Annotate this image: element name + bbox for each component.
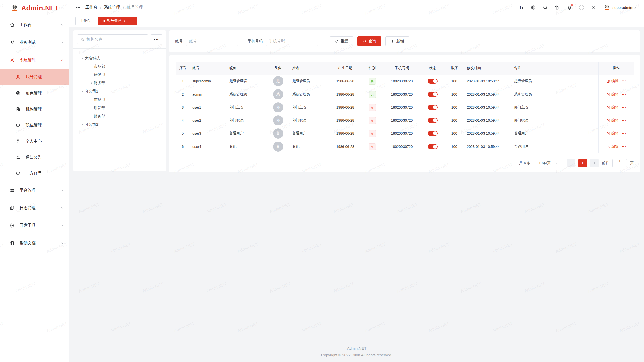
- search-icon[interactable]: [543, 5, 548, 10]
- tree-node[interactable]: 市场部: [77, 62, 162, 71]
- tree-node[interactable]: 研发部: [77, 104, 162, 112]
- prev-page-button[interactable]: [567, 159, 575, 167]
- sidebar-item-label: 工作台: [20, 22, 61, 28]
- edit-button[interactable]: 编辑: [606, 118, 618, 123]
- edit-button[interactable]: 编辑: [606, 79, 618, 83]
- goto-page-input[interactable]: [613, 159, 627, 163]
- tree-node[interactable]: 分公司2: [77, 120, 162, 129]
- page-size-select[interactable]: 10条/页: [534, 159, 563, 167]
- sidebar-item-third-party-account[interactable]: 三方账号: [0, 165, 69, 182]
- tree-node[interactable]: 财务部: [77, 79, 162, 87]
- col-remark: 备注: [512, 62, 598, 75]
- caret-collapsed-icon[interactable]: [89, 81, 94, 85]
- bell-icon: [16, 155, 21, 160]
- tree-node-label: 财务部: [94, 114, 105, 119]
- notification-bell-icon[interactable]: [567, 5, 572, 10]
- tree-node[interactable]: 市场部: [77, 96, 162, 104]
- sidebar-item-system-management[interactable]: 系统管理: [0, 51, 69, 69]
- divider: [73, 48, 166, 49]
- chat-icon: [16, 171, 21, 176]
- font-size-icon[interactable]: Tт: [519, 6, 524, 10]
- tree-node-label: 研发部: [94, 72, 105, 77]
- theme-shirt-icon[interactable]: [555, 5, 560, 10]
- sidebar-item-personal-center[interactable]: 个人中心: [0, 133, 69, 149]
- collapse-menu-icon[interactable]: [75, 5, 81, 10]
- status-toggle[interactable]: [428, 79, 438, 84]
- sidebar-item-position-management[interactable]: 职位管理: [0, 117, 69, 133]
- tab-account-management[interactable]: 账号管理: [98, 17, 137, 25]
- sidebar-item-log-management[interactable]: 日志管理: [0, 199, 69, 217]
- cell-gender: 女: [362, 114, 382, 127]
- cell-modified: 2023-01-03 10:59:44: [464, 88, 512, 101]
- user-menu[interactable]: superadmin: [603, 4, 637, 11]
- cell-actions: 编辑⋯: [598, 127, 634, 140]
- cell-modified: 2023-01-03 10:59:44: [464, 101, 512, 114]
- sidebar-item-label: 日志管理: [20, 205, 61, 211]
- close-icon[interactable]: [129, 19, 132, 23]
- cell-phone: 18020030720: [382, 127, 421, 140]
- sidebar-item-workbench[interactable]: 工作台: [0, 16, 69, 34]
- col-order: 排序: [444, 62, 464, 75]
- sidebar-item-role-management[interactable]: 角色管理: [0, 85, 69, 101]
- breadcrumb-item[interactable]: 系统管理: [104, 5, 120, 10]
- current-page-button[interactable]: 1: [578, 159, 587, 167]
- cell-gender: 男: [362, 75, 382, 88]
- sidebar-item-label: 个人中心: [26, 139, 64, 144]
- main-area: 工作台 / 系统管理 / 账号管理 Tт: [69, 0, 644, 362]
- edit-button[interactable]: 编辑: [606, 131, 618, 136]
- org-tree-panel: ⋯ 大名科技 市场部 研发部 财务部 分公司1 市场部 研发部 财务部 分公司2: [73, 30, 166, 171]
- add-button[interactable]: 新增: [385, 36, 409, 46]
- sidebar-item-account-management[interactable]: 账号管理: [0, 69, 69, 85]
- sidebar-item-help-docs[interactable]: 帮助文档: [0, 234, 69, 252]
- status-toggle[interactable]: [428, 92, 438, 97]
- footer-app-name: Admin.NET: [69, 345, 644, 352]
- search-button[interactable]: 查询: [357, 36, 381, 46]
- status-toggle[interactable]: [428, 131, 438, 136]
- tab-workbench[interactable]: 工作台: [75, 17, 95, 25]
- status-toggle[interactable]: [428, 105, 438, 110]
- app-logo[interactable]: Admin.NET: [0, 0, 69, 16]
- account-input[interactable]: [189, 39, 235, 43]
- org-search-input[interactable]: [86, 37, 145, 42]
- sidebar-item-org-management[interactable]: 机构管理: [0, 101, 69, 117]
- breadcrumb-item-current: 账号管理: [127, 5, 143, 10]
- logo-text: Admin.NET: [21, 4, 59, 12]
- sidebar-item-label: 账号管理: [26, 74, 64, 80]
- refresh-icon[interactable]: [124, 19, 127, 23]
- edit-button[interactable]: 编辑: [606, 92, 618, 97]
- caret-expanded-icon[interactable]: [80, 89, 85, 94]
- cell-remark: 普通用户: [512, 127, 598, 140]
- avatar: 普: [273, 128, 283, 139]
- caret-collapsed-icon[interactable]: [80, 122, 85, 127]
- breadcrumb-item[interactable]: 工作台: [85, 5, 97, 10]
- sidebar-item-notice[interactable]: 通知公告: [0, 149, 69, 165]
- phone-input[interactable]: [269, 39, 315, 43]
- tabs-bar: 工作台 账号管理: [69, 15, 644, 27]
- app-window: Admin.NET 工作台 业务测试 系统管理 账号管理: [0, 0, 644, 362]
- tree-node[interactable]: 财务部: [77, 112, 162, 120]
- language-icon[interactable]: [531, 5, 536, 10]
- cell-status: [421, 140, 444, 153]
- notebook-icon: [10, 241, 15, 246]
- edit-button[interactable]: 编辑: [606, 105, 618, 110]
- status-toggle[interactable]: [428, 144, 438, 149]
- sidebar-item-platform-management[interactable]: 平台管理: [0, 182, 69, 199]
- cell-modified: 2023-01-03 10:59:44: [464, 75, 512, 88]
- tree-node[interactable]: 大名科技: [77, 54, 162, 62]
- cell-index: 5: [176, 127, 190, 140]
- cell-nickname: 部门主管: [227, 101, 266, 114]
- tree-node[interactable]: 研发部: [77, 71, 162, 79]
- tree-node[interactable]: 分公司1: [77, 87, 162, 96]
- fullscreen-icon[interactable]: [579, 5, 584, 10]
- tree-more-button[interactable]: ⋯: [151, 34, 162, 44]
- next-page-button[interactable]: [590, 159, 599, 167]
- reset-button[interactable]: 重置: [330, 36, 353, 46]
- caret-expanded-icon[interactable]: [80, 56, 85, 61]
- person-icon[interactable]: [591, 5, 596, 10]
- org-search-box: [77, 34, 148, 44]
- sidebar-item-business-test[interactable]: 业务测试: [0, 34, 69, 51]
- edit-button[interactable]: 编辑: [606, 144, 618, 149]
- status-toggle[interactable]: [428, 118, 438, 123]
- sidebar-item-dev-tools[interactable]: 开发工具: [0, 217, 69, 234]
- cell-birthday: 1986-06-28: [329, 75, 362, 88]
